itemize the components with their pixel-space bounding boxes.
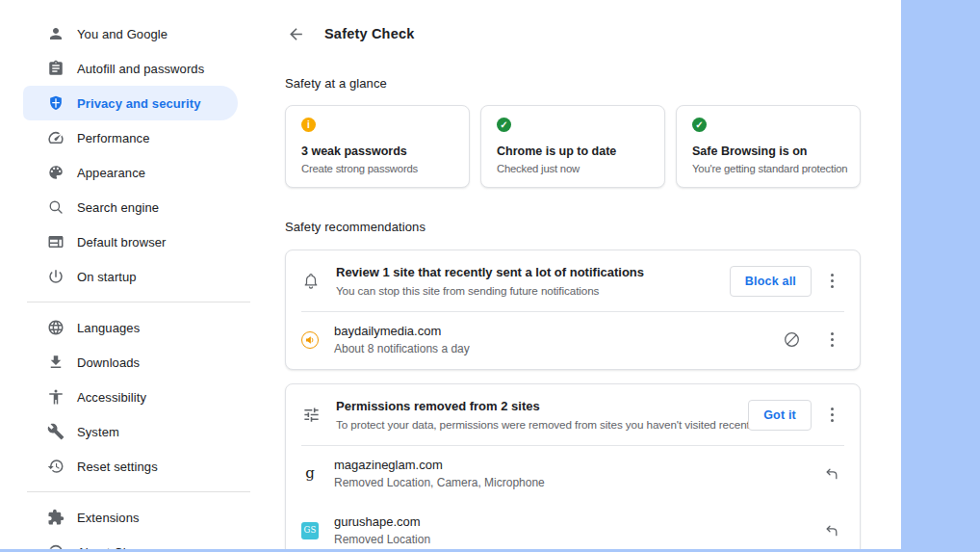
globe-icon [46, 318, 65, 337]
desktop-background-right [901, 0, 980, 552]
sidebar-item-search-engine[interactable]: Search engine [23, 190, 238, 224]
glance-card-subtitle: You're getting standard protection [692, 163, 854, 174]
gurushape-favicon: GS [301, 522, 319, 539]
glance-card-title: Chrome is up to date [497, 145, 658, 158]
sidebar-item-default-browser[interactable]: Default browser [23, 224, 238, 259]
site-detail: Removed Location, Camera, Microphone [334, 476, 804, 489]
accessibility-icon [46, 387, 65, 407]
glance-card-row: i 3 weak passwords Create strong passwor… [285, 105, 861, 188]
site-text: magazineglam.com Removed Location, Camer… [334, 458, 804, 489]
sidebar-item-reset-settings[interactable]: Reset settings [23, 449, 238, 484]
section-label-glance: Safety at a glance [285, 76, 861, 91]
orange-speaker-favicon [301, 331, 319, 349]
card-header-text: Review 1 site that recently sent a lot o… [336, 265, 714, 297]
undo-icon[interactable] [819, 461, 844, 486]
sidebar-item-appearance[interactable]: Appearance [23, 155, 238, 190]
site-row-baydailymedia: baydailymedia.com About 8 notifications … [286, 312, 860, 369]
browser-window-icon [46, 232, 65, 251]
card-subtitle: To protect your data, permissions were r… [336, 418, 733, 431]
sidebar-item-downloads[interactable]: Downloads [23, 345, 238, 380]
undo-icon[interactable] [819, 518, 844, 543]
glance-card-passwords[interactable]: i 3 weak passwords Create strong passwor… [285, 105, 470, 188]
card-actions: Got it [748, 400, 844, 431]
sidebar-item-label: Reset settings [77, 460, 158, 474]
card-header-text: Permissions removed from 2 sites To prot… [336, 399, 733, 431]
sidebar-item-label: Languages [77, 321, 140, 335]
sidebar-item-privacy-security[interactable]: Privacy and security [23, 86, 238, 120]
warning-info-icon: i [301, 118, 316, 132]
magazineglam-favicon: g [301, 465, 319, 483]
bell-icon [301, 272, 321, 291]
sidebar-item-label: System [77, 425, 119, 439]
more-menu-icon[interactable] [819, 328, 844, 353]
tune-icon [301, 406, 321, 425]
check-circle-icon: ✓ [692, 118, 707, 132]
sidebar-item-label: Privacy and security [77, 96, 200, 111]
person-icon [46, 24, 65, 43]
card-actions: Block all [730, 266, 844, 297]
palette-icon [46, 163, 65, 182]
glance-card-safe-browsing[interactable]: ✓ Safe Browsing is on You're getting sta… [676, 105, 861, 188]
wrench-icon [46, 422, 65, 441]
search-icon [46, 197, 65, 217]
sidebar-item-you-and-google[interactable]: You and Google [23, 16, 238, 51]
sidebar-item-label: Default browser [77, 235, 167, 250]
check-circle-icon: ✓ [497, 118, 511, 132]
safety-check-page: Safety Check Safety at a glance i 3 weak… [285, 0, 861, 552]
settings-sidebar: You and Google Autofill and passwords Pr… [0, 0, 250, 552]
sidebar-item-label: On startup [77, 270, 137, 284]
sidebar-item-performance[interactable]: Performance [23, 120, 238, 155]
sidebar-item-extensions[interactable]: Extensions [23, 500, 238, 535]
site-row-gurushape: GS gurushape.com Removed Location [286, 503, 860, 552]
shield-icon [46, 93, 65, 113]
section-label-recommendations: Safety recommendations [285, 220, 861, 234]
site-text: baydailymedia.com About 8 notifications … [334, 324, 763, 355]
notifications-review-card: Review 1 site that recently sent a lot o… [285, 250, 861, 370]
sidebar-item-label: Appearance [77, 166, 145, 180]
sidebar-item-label: Downloads [77, 355, 140, 370]
sidebar-item-label: Performance [77, 131, 150, 145]
more-menu-icon[interactable] [819, 269, 844, 294]
glance-card-subtitle: Checked just now [497, 163, 658, 174]
block-all-button[interactable]: Block all [730, 266, 812, 297]
glance-card-title: 3 weak passwords [301, 145, 463, 158]
sidebar-item-accessibility[interactable]: Accessibility [23, 380, 238, 414]
site-domain: gurushape.com [334, 514, 804, 529]
clipboard-icon [46, 59, 65, 78]
site-text: gurushape.com Removed Location [334, 514, 804, 546]
site-detail: About 8 notifications a day [334, 342, 763, 355]
glance-card-subtitle: Create strong passwords [301, 163, 463, 174]
sidebar-item-label: Search engine [77, 200, 159, 215]
sidebar-item-system[interactable]: System [23, 414, 238, 449]
card-header: Permissions removed from 2 sites To prot… [286, 384, 860, 445]
card-title: Permissions removed from 2 sites [336, 399, 733, 413]
sidebar-item-label: Accessibility [77, 390, 146, 405]
sidebar-item-autofill[interactable]: Autofill and passwords [23, 51, 238, 86]
page-title: Safety Check [324, 26, 414, 41]
download-icon [46, 353, 65, 372]
card-title: Review 1 site that recently sent a lot o… [336, 265, 714, 279]
back-button[interactable] [285, 23, 306, 44]
block-site-icon[interactable] [779, 328, 804, 353]
power-icon [46, 267, 65, 286]
card-header: Review 1 site that recently sent a lot o… [286, 250, 860, 311]
site-detail: Removed Location [334, 533, 804, 546]
sidebar-item-languages[interactable]: Languages [23, 310, 238, 345]
site-domain: baydailymedia.com [334, 324, 763, 338]
speedometer-icon [46, 128, 65, 147]
glance-card-updates[interactable]: ✓ Chrome is up to date Checked just now [480, 105, 665, 188]
arrow-back-icon [287, 25, 305, 43]
sidebar-item-label: Extensions [77, 511, 140, 525]
sidebar-item-on-startup[interactable]: On startup [23, 259, 238, 294]
got-it-button[interactable]: Got it [748, 400, 812, 431]
sidebar-item-label: Autofill and passwords [77, 62, 204, 76]
more-menu-icon[interactable] [819, 403, 844, 428]
page-header: Safety Check [285, 23, 861, 44]
glance-card-title: Safe Browsing is on [692, 145, 854, 158]
restore-icon [46, 457, 65, 476]
sidebar-divider [27, 302, 250, 302]
card-subtitle: You can stop this site from sending futu… [336, 284, 714, 297]
site-domain: magazineglam.com [334, 458, 804, 472]
sidebar-item-label: You and Google [77, 27, 168, 41]
sidebar-divider [27, 491, 250, 492]
